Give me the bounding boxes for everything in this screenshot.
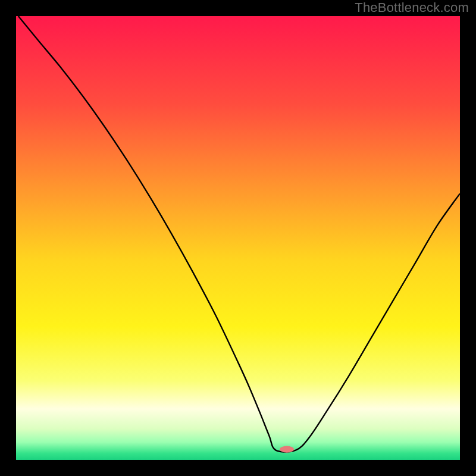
optimal-marker [280,446,294,453]
plot-background [16,16,460,460]
chart-frame: TheBottleneck.com [0,0,476,476]
bottleneck-chart [0,0,476,476]
watermark-label: TheBottleneck.com [355,0,469,15]
